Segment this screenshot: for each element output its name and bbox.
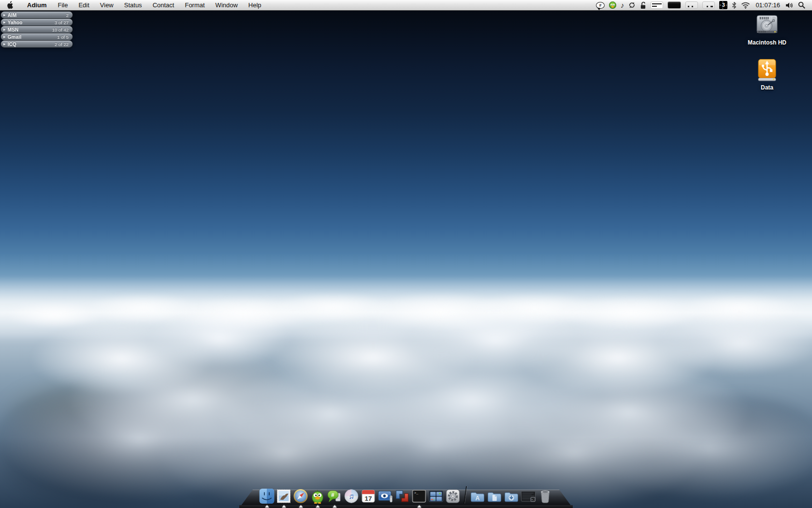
dock-applications-folder[interactable]: A [470,489,485,504]
svg-text:#: # [331,492,334,498]
dock-trash[interactable] [538,489,553,504]
disclosure-triangle-icon[interactable]: ▶ [3,43,6,45]
apple-icon [7,1,14,9]
group-name: AIM [8,13,66,18]
dock-downloads-folder[interactable] [504,489,519,504]
dock-adium[interactable] [310,489,325,504]
menumeter-light-2[interactable] [702,1,715,9]
dock-divider [464,486,467,504]
applications-folder-icon: A [470,489,485,504]
itunes-note-icon[interactable]: ♪ [621,0,624,10]
dock-spaces[interactable] [429,489,444,504]
downloads-folder-icon [504,489,519,504]
apple-menu[interactable] [0,0,21,10]
dock-system-preferences[interactable] [446,489,461,504]
running-indicator [299,505,303,508]
group-name: Gmail [8,34,58,40]
menu-file[interactable]: File [52,0,73,10]
menu-contact[interactable]: Contact [147,0,180,10]
menu-format[interactable]: Format [179,0,210,10]
spaces-icon [429,489,444,504]
duck-beak [611,6,614,8]
group-name: ICQ [8,42,55,47]
running-indicator [282,505,286,508]
svg-text:♫: ♫ [348,492,354,500]
keychain-unlocked-icon[interactable] [640,0,646,10]
dock-finder[interactable] [260,489,275,504]
internal-drive-icon [755,15,779,37]
group-count: 2 of 22 [55,42,69,47]
dock-safari[interactable] [293,489,308,504]
documents-folder-icon [487,489,502,504]
running-indicator [417,505,421,508]
menu-adium[interactable]: Adium [21,0,52,10]
dock: # ♫ 17 [239,483,573,508]
colloquy-bubble-icon[interactable]: # [596,2,605,9]
adium-group-gmail[interactable]: ▶ Gmail 1 of 5 [1,33,72,40]
system-preferences-icon [446,489,461,504]
dock-ical[interactable]: 17 [361,489,376,504]
spaces-indicator[interactable]: 3 [719,1,727,9]
group-name: MSN [8,27,52,32]
menu-help[interactable]: Help [243,0,267,10]
group-count: 2 [66,13,69,18]
menu-bar-left: Adium File Edit View Status Contact Form… [0,0,267,10]
usb-drive-icon [756,59,778,82]
adium-duck-icon[interactable] [609,0,616,10]
menumeter-light-1[interactable] [685,1,698,9]
menu-edit[interactable]: Edit [73,0,94,10]
dock-documents-folder[interactable] [487,489,502,504]
group-name: Yahoo [8,20,55,25]
adium-contact-list-window: ▶ AIM 2 ▶ Yahoo 3 of 27 ▶ MSN 10 of 42 ▶… [1,12,72,47]
dock-terminal[interactable]: >_ [412,489,427,504]
bottom-vignette [0,0,812,508]
menu-status[interactable]: Status [119,0,147,10]
menu-bar-clock[interactable]: 01:07:16 [754,0,781,10]
dock-mail[interactable] [276,489,291,504]
icon-label: Data [761,85,773,91]
spotlight-icon[interactable] [798,0,805,10]
menu-bar-extras: # ♪ [596,0,812,10]
wifi-icon[interactable] [741,0,750,10]
desktop-icon-data[interactable]: Data [740,59,794,91]
running-indicator [316,505,319,508]
disclosure-triangle-icon[interactable]: ▶ [3,14,6,16]
colloquy-icon: # [327,489,342,504]
adium-duck-icon [310,489,325,504]
disclosure-triangle-icon[interactable]: ▶ [3,35,6,38]
adium-group-yahoo[interactable]: ▶ Yahoo 3 of 27 [1,19,72,26]
duck-face [609,1,616,9]
disclosure-triangle-icon[interactable]: ▶ [3,28,6,31]
adium-group-aim[interactable]: ▶ AIM 2 [1,12,72,18]
menu-view[interactable]: View [95,0,119,10]
terminal-icon: >_ [412,489,427,504]
itunes-icon: ♫ [344,489,359,504]
applications-letter: A [476,495,480,502]
icon-label: Macintosh HD [748,40,786,46]
ical-icon: 17 [361,489,376,504]
dock-eyetv[interactable] [378,489,393,504]
svg-text:>_: >_ [414,491,419,495]
adium-group-icq[interactable]: ▶ ICQ 2 of 22 [1,41,72,47]
menumeter-graph[interactable] [651,1,663,9]
running-indicator [333,505,336,508]
menumeter-dark[interactable] [667,1,681,9]
volume-icon[interactable] [785,0,794,10]
sync-icon[interactable] [628,0,636,10]
running-indicator [265,505,269,508]
group-count: 10 of 42 [52,27,69,32]
adium-group-msn[interactable]: ▶ MSN 10 of 42 [1,26,72,33]
bluetooth-icon[interactable] [732,0,737,10]
wallpaper-above-clouds [0,0,812,508]
minimized-terminal-window: >_ [521,489,536,504]
finder-icon [260,489,275,504]
dock-colloquy[interactable]: # [327,489,342,504]
dock-vmware-fusion[interactable] [395,489,410,504]
dock-itunes[interactable]: ♫ [344,489,359,504]
trash-icon [538,489,553,504]
eyetv-icon [378,489,393,504]
disclosure-triangle-icon[interactable]: ▶ [3,21,6,24]
dock-minimized-window[interactable]: >_ [521,489,536,504]
menu-window[interactable]: Window [210,0,243,10]
desktop-icon-macintosh-hd[interactable]: Macintosh HD [740,15,794,46]
